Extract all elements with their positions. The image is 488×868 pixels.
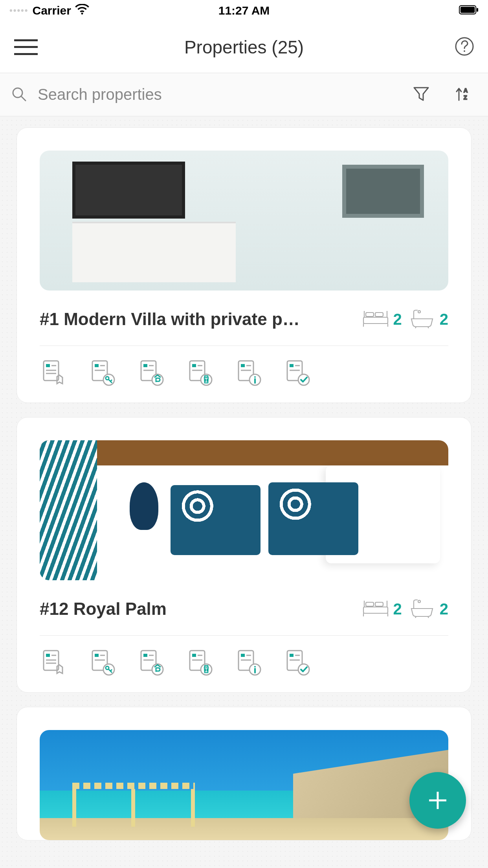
bedroom-count: 2 <box>393 600 402 618</box>
divider <box>40 346 448 346</box>
svg-rect-47 <box>363 607 388 613</box>
svg-rect-10 <box>363 317 388 324</box>
bathroom-count: 2 <box>440 600 448 618</box>
svg-point-13 <box>418 311 420 313</box>
card-actions <box>40 647 448 677</box>
wifi-icon <box>75 4 89 18</box>
bedroom-stat: 2 <box>362 598 402 620</box>
checklist-info-icon[interactable] <box>235 358 264 387</box>
bedroom-count: 2 <box>393 311 402 328</box>
checklist-parking-icon[interactable] <box>137 358 166 387</box>
sort-icon[interactable]: AZ <box>447 85 477 104</box>
bathroom-count: 2 <box>440 311 448 328</box>
checklist-key-icon[interactable] <box>88 358 117 387</box>
checklist-key-icon[interactable] <box>88 647 117 677</box>
bed-icon <box>362 309 389 330</box>
property-list[interactable]: #1 Modern Villa with private p… 2 2 #1 <box>0 116 488 868</box>
search-icon <box>11 86 27 103</box>
svg-point-6 <box>13 88 22 97</box>
bath-icon <box>408 309 436 330</box>
battery-icon <box>459 4 479 17</box>
checklist-check-icon[interactable] <box>283 647 312 677</box>
app-header: Properties (25) <box>0 21 488 73</box>
bed-icon <box>362 598 389 620</box>
property-image <box>40 440 448 580</box>
svg-point-0 <box>81 13 83 15</box>
search-input[interactable] <box>38 86 395 103</box>
card-actions <box>40 358 448 387</box>
property-title: #1 Modern Villa with private p… <box>40 309 356 329</box>
svg-line-7 <box>22 97 26 101</box>
checklist-parking-icon[interactable] <box>137 647 166 677</box>
status-time: 11:27 AM <box>218 4 270 17</box>
page-title: Properties (25) <box>184 37 304 58</box>
checklist-tap-icon[interactable] <box>40 358 69 387</box>
svg-rect-36 <box>241 364 245 367</box>
status-bar: ••••• Carrier 11:27 AM <box>0 0 488 21</box>
bathroom-stat: 2 <box>408 309 448 330</box>
search-bar: AZ <box>0 73 488 116</box>
bedroom-stat: 2 <box>362 309 402 330</box>
checklist-info-icon[interactable] <box>235 647 264 677</box>
svg-rect-3 <box>477 8 478 12</box>
svg-rect-80 <box>290 654 294 657</box>
svg-rect-49 <box>375 602 383 606</box>
svg-rect-43 <box>290 364 294 367</box>
property-card[interactable]: #12 Royal Palm 2 2 <box>17 417 471 693</box>
svg-point-50 <box>418 600 420 603</box>
svg-rect-57 <box>95 654 99 657</box>
bathroom-stat: 2 <box>408 598 448 620</box>
checklist-tap-icon[interactable] <box>40 647 69 677</box>
svg-rect-12 <box>375 313 383 316</box>
svg-rect-52 <box>46 654 50 657</box>
checklist-check-icon[interactable] <box>283 358 312 387</box>
filter-icon[interactable] <box>406 85 436 104</box>
property-image <box>40 151 448 291</box>
svg-point-29 <box>152 374 163 385</box>
bath-icon <box>408 598 436 620</box>
svg-rect-73 <box>241 654 245 657</box>
checklist-trash-icon[interactable] <box>186 647 215 677</box>
svg-text:Z: Z <box>464 94 467 101</box>
svg-rect-20 <box>95 364 99 367</box>
svg-point-5 <box>464 50 465 52</box>
svg-rect-26 <box>143 364 147 367</box>
svg-rect-63 <box>143 654 147 657</box>
svg-text:A: A <box>464 87 468 94</box>
svg-rect-2 <box>460 7 475 13</box>
menu-icon[interactable] <box>14 39 38 55</box>
property-title: #12 Royal Palm <box>40 599 356 619</box>
svg-rect-48 <box>366 602 374 606</box>
svg-point-77 <box>254 666 256 668</box>
svg-rect-15 <box>46 364 50 367</box>
signal-dots: ••••• <box>9 6 29 15</box>
carrier-label: Carrier <box>33 4 71 17</box>
divider <box>40 635 448 636</box>
svg-rect-31 <box>192 364 196 367</box>
property-image <box>40 730 448 840</box>
property-card[interactable] <box>17 707 471 840</box>
svg-rect-11 <box>366 313 374 316</box>
svg-rect-68 <box>192 654 196 657</box>
help-icon[interactable] <box>455 37 474 57</box>
svg-point-40 <box>254 376 256 378</box>
add-property-button[interactable] <box>409 772 466 829</box>
checklist-trash-icon[interactable] <box>186 358 215 387</box>
svg-point-66 <box>152 664 163 675</box>
property-card[interactable]: #1 Modern Villa with private p… 2 2 <box>17 127 471 403</box>
